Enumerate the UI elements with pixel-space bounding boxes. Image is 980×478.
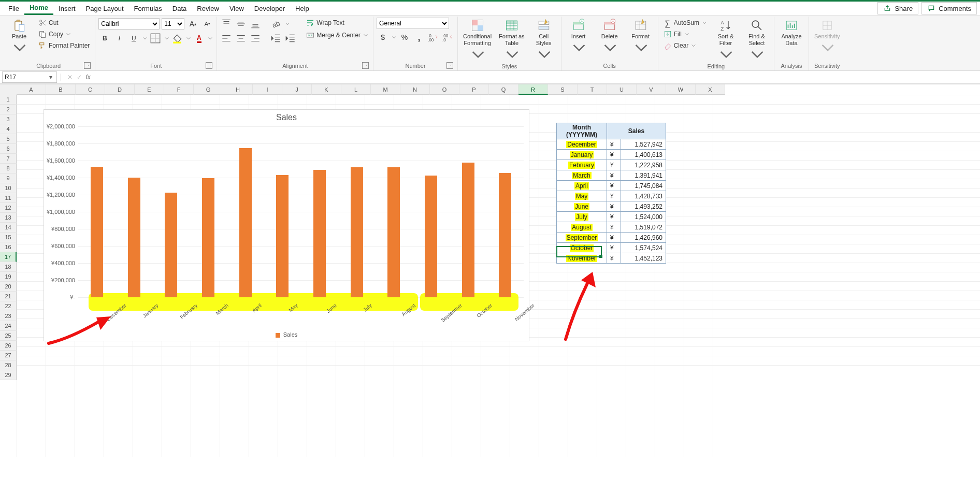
table-row[interactable]: June¥1,493,252 (557, 201, 666, 212)
cell-value[interactable]: 1,400,613 (621, 150, 666, 160)
format-painter-button[interactable]: Format Painter (36, 40, 92, 51)
delete-cells-button[interactable]: Delete (596, 18, 624, 55)
cell-currency[interactable]: ¥ (607, 253, 621, 264)
row-header-13[interactable]: 13 (0, 213, 17, 223)
decrease-indent-button[interactable] (270, 32, 282, 45)
row-header-4[interactable]: 4 (0, 124, 17, 134)
col-header-D[interactable]: D (105, 84, 135, 95)
row-header-21[interactable]: 21 (0, 292, 17, 301)
name-box[interactable]: R17▾ (2, 71, 57, 83)
column-headers[interactable]: ABCDEFGHIJKLMNOPQRSTUVWX (17, 84, 980, 95)
row-header-1[interactable]: 1 (0, 95, 17, 105)
row-header-18[interactable]: 18 (0, 262, 17, 272)
cell-month[interactable]: June (557, 201, 607, 212)
bar[interactable] (276, 175, 289, 297)
col-header-C[interactable]: C (76, 84, 105, 95)
italic-button[interactable]: I (113, 32, 125, 45)
chevron-down-icon[interactable]: ▾ (47, 74, 54, 81)
cell-month[interactable]: January (557, 150, 607, 160)
row-header-8[interactable]: 8 (0, 164, 17, 173)
fx-icon[interactable]: fx (86, 74, 91, 81)
orientation-button[interactable]: ab (270, 18, 282, 30)
cell-currency[interactable]: ¥ (607, 212, 621, 222)
align-center-button[interactable] (235, 32, 247, 45)
align-bottom-button[interactable] (249, 18, 262, 30)
menu-home[interactable]: Home (24, 2, 53, 15)
row-header-9[interactable]: 9 (0, 173, 17, 183)
align-middle-button[interactable] (235, 18, 247, 30)
data-table[interactable]: Month (YYYYMM) Sales December¥1,527,942J… (556, 123, 666, 264)
find-select-button[interactable]: Find & Select (743, 18, 771, 62)
align-top-button[interactable] (220, 18, 233, 30)
row-header-10[interactable]: 10 (0, 183, 17, 193)
menu-developer[interactable]: Developer (249, 3, 290, 15)
row-header-27[interactable]: 27 (0, 351, 17, 360)
increase-decimal-button[interactable]: .0.00 (427, 31, 440, 44)
number-format-select[interactable]: General (377, 18, 449, 29)
accounting-format-button[interactable]: $ (377, 31, 389, 44)
table-row[interactable]: March¥1,391,941 (557, 170, 666, 181)
menu-view[interactable]: View (224, 3, 249, 15)
cell-value[interactable]: 1,745,084 (621, 181, 666, 191)
bar[interactable] (351, 167, 363, 297)
merge-center-button[interactable]: Merge & Center (304, 30, 370, 40)
wrap-text-button[interactable]: Wrap Text (304, 18, 370, 28)
cell-value[interactable]: 1,391,941 (621, 170, 666, 181)
col-header-S[interactable]: S (548, 84, 578, 95)
row-header-2[interactable]: 2 (0, 105, 17, 114)
cell-currency[interactable]: ¥ (607, 201, 621, 212)
table-row[interactable]: July¥1,524,000 (557, 212, 666, 222)
cell-value[interactable]: 1,524,000 (621, 212, 666, 222)
copy-button[interactable]: Copy (36, 29, 92, 39)
fill-color-button[interactable] (171, 32, 183, 45)
bar[interactable] (128, 178, 140, 297)
cell-currency[interactable]: ¥ (607, 170, 621, 181)
bar[interactable] (91, 167, 103, 297)
col-header-Q[interactable]: Q (489, 84, 518, 95)
bar[interactable] (313, 170, 326, 297)
col-header-B[interactable]: B (46, 84, 76, 95)
percent-format-button[interactable]: % (398, 31, 411, 44)
decrease-decimal-button[interactable]: .00.0 (442, 31, 454, 44)
col-header-A[interactable]: A (17, 84, 46, 95)
col-header-J[interactable]: J (282, 84, 312, 95)
table-row[interactable]: December¥1,527,942 (557, 139, 666, 150)
row-header-23[interactable]: 23 (0, 311, 17, 321)
row-header-14[interactable]: 14 (0, 223, 17, 233)
cell-value[interactable]: 1,519,072 (621, 222, 666, 233)
font-name-select[interactable]: Calibri (98, 18, 160, 30)
format-cells-button[interactable]: Format (627, 18, 655, 55)
row-header-22[interactable]: 22 (0, 301, 17, 311)
font-size-select[interactable]: 11 (162, 18, 184, 30)
cell-value[interactable]: 1,452,123 (621, 253, 666, 264)
table-row[interactable]: April¥1,745,084 (557, 181, 666, 191)
cell-styles-button[interactable]: Cell Styles (530, 18, 558, 62)
row-header-12[interactable]: 12 (0, 203, 17, 213)
bold-button[interactable]: B (98, 32, 111, 45)
col-header-P[interactable]: P (459, 84, 489, 95)
menu-insert[interactable]: Insert (53, 3, 81, 15)
cell-currency[interactable]: ¥ (607, 139, 621, 150)
row-header-24[interactable]: 24 (0, 321, 17, 331)
cell-value[interactable]: 1,527,942 (621, 139, 666, 150)
cell-value[interactable]: 1,574,524 (621, 243, 666, 253)
cell-month[interactable]: August (557, 222, 607, 233)
worksheet[interactable]: ABCDEFGHIJKLMNOPQRSTUVWX 123456789101112… (0, 84, 980, 457)
col-header-G[interactable]: G (194, 84, 223, 95)
increase-indent-button[interactable] (284, 32, 297, 45)
menu-file[interactable]: File (3, 3, 24, 15)
fill-handle[interactable] (599, 255, 602, 258)
bar[interactable] (462, 163, 474, 297)
row-header-7[interactable]: 7 (0, 154, 17, 164)
col-header-F[interactable]: F (164, 84, 194, 95)
chart-object[interactable]: Sales ¥-¥200,000¥400,000¥600,000¥800,000… (44, 109, 529, 341)
decrease-font-button[interactable]: A▾ (201, 18, 213, 30)
dialog-launcher-icon[interactable]: ⌐ (362, 62, 369, 69)
col-header-T[interactable]: T (578, 84, 607, 95)
menu-page-layout[interactable]: Page Layout (81, 3, 129, 15)
comma-format-button[interactable]: , (413, 31, 425, 44)
col-header-H[interactable]: H (223, 84, 253, 95)
cell-value[interactable]: 1,426,960 (621, 233, 666, 243)
cell-month[interactable]: March (557, 170, 607, 181)
bar[interactable] (425, 176, 437, 297)
